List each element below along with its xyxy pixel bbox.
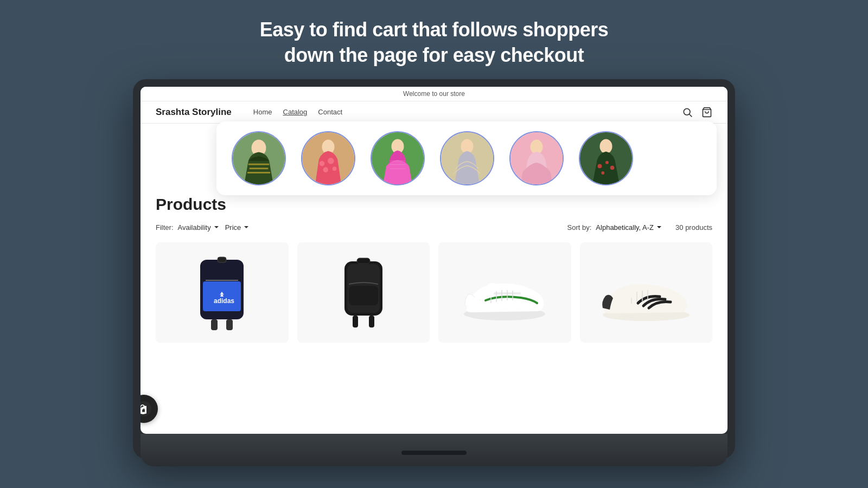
store-banner: Welcome to our store [141,87,727,101]
svg-rect-32 [211,319,218,330]
product-img-2 [297,242,430,343]
sort-label: Sort by: [567,223,592,232]
product-card-2[interactable] [297,242,430,343]
product-img-3 [438,242,571,343]
products-section: Products Filter: Availability Price Sort… [141,195,727,343]
filter-availability-btn[interactable]: Availability [178,223,220,232]
filter-price-btn[interactable]: Price [225,223,250,232]
svg-rect-39 [357,258,370,264]
category-circle-6[interactable] [579,131,633,185]
shopify-icon [141,401,151,416]
product-grid: adidas [156,242,712,343]
black-backpack-image [339,251,388,335]
svg-rect-5 [248,163,269,165]
store-logo: Srashta Storyline [156,107,232,118]
svg-point-11 [328,158,334,164]
svg-point-0 [684,108,690,115]
hero-line2: down the page for easy checkout [260,43,609,68]
chevron-down-icon [213,224,220,230]
category-circle-3[interactable] [371,131,425,185]
search-icon[interactable] [682,107,693,118]
hero-line1: Easy to find cart that follows shoppers [260,17,609,43]
product-card-1[interactable]: adidas [156,242,289,343]
sort-section: Sort by: Alphabetically, A-Z 30 products [567,223,712,232]
sort-select[interactable]: Alphabetically, A-Z [596,223,662,232]
category-circle-2[interactable] [301,131,355,185]
filter-price-label: Price [225,223,241,232]
laptop-notch [401,451,467,455]
svg-rect-33 [226,319,233,330]
products-title: Products [156,195,712,214]
nav-home[interactable]: Home [253,108,272,116]
laptop-shell: Welcome to our store Srashta Storyline H… [133,79,735,459]
svg-rect-38 [349,286,378,305]
svg-text:adidas: adidas [214,297,234,305]
svg-rect-40 [353,316,358,328]
svg-point-25 [598,164,602,168]
category-circle-1[interactable] [232,131,286,185]
svg-point-12 [323,167,328,172]
svg-point-26 [605,160,609,164]
svg-point-13 [333,166,337,171]
cart-icon[interactable] [701,107,712,118]
nav-contact[interactable]: Contact [318,108,342,116]
product-count: 30 products [675,223,712,232]
svg-point-10 [320,160,325,166]
chevron-down-icon-2 [243,224,250,230]
svg-line-1 [690,114,692,117]
hero-heading: Easy to find cart that follows shoppers … [260,17,609,68]
category-circle-5[interactable] [509,131,564,185]
white-black-sneaker-image [595,262,698,322]
nav-catalog[interactable]: Catalog [283,108,308,116]
store-nav: Srashta Storyline Home Catalog Contact [141,101,727,124]
svg-point-24 [599,139,612,153]
nav-links: Home Catalog Contact [253,108,669,116]
sort-value: Alphabetically, A-Z [596,223,654,232]
product-card-4[interactable] [580,242,713,343]
product-card-3[interactable] [438,242,571,343]
banner-text: Welcome to our store [403,90,465,98]
shopify-badge[interactable] [141,395,158,423]
svg-rect-41 [369,316,374,328]
sort-chevron-icon [656,224,662,230]
svg-rect-7 [247,172,270,174]
nav-icons [682,107,712,118]
category-row [216,121,717,195]
svg-point-28 [601,171,604,175]
svg-point-27 [610,165,615,170]
product-img-1: adidas [156,242,289,343]
category-row-container [216,121,717,195]
svg-rect-34 [218,257,226,262]
svg-rect-6 [250,168,269,169]
laptop-base [141,434,727,466]
laptop-screen: Welcome to our store Srashta Storyline H… [141,87,727,434]
white-green-sneaker-image [456,262,553,322]
filter-bar: Filter: Availability Price Sort by: Alph… [156,223,712,232]
category-circle-4[interactable] [440,131,494,185]
adidas-backpack-image: adidas [192,249,252,336]
product-img-4 [580,242,713,343]
filter-availability-label: Availability [178,223,211,232]
filter-label: Filter: [156,223,174,232]
